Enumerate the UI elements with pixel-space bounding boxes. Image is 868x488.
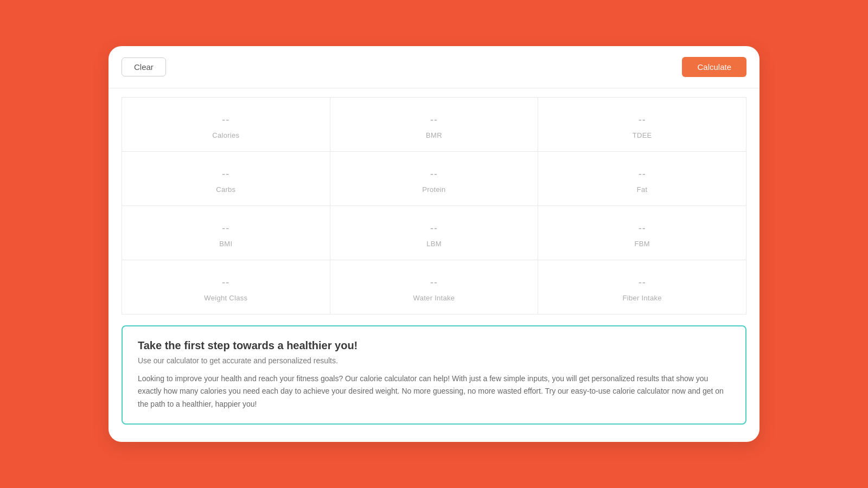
result-label-carbs: Carbs (216, 185, 235, 194)
result-label-bmi: BMI (219, 240, 232, 248)
result-value-water-intake: -- (430, 277, 438, 288)
result-value-fat: -- (639, 169, 646, 180)
result-value-bmi: -- (222, 223, 229, 234)
result-label-bmr: BMR (426, 131, 442, 139)
result-value-tdee: -- (639, 114, 646, 126)
result-card-fat: --Fat (538, 152, 746, 206)
result-card-protein: --Protein (330, 152, 539, 206)
info-title: Take the first step towards a healthier … (138, 339, 730, 352)
result-value-protein: -- (430, 169, 438, 180)
result-value-calories: -- (222, 114, 229, 126)
calculate-button[interactable]: Calculate (682, 57, 746, 77)
result-card-bmr: --BMR (330, 98, 539, 152)
info-body: Looking to improve your health and reach… (138, 373, 730, 410)
result-label-fat: Fat (637, 185, 648, 194)
result-value-bmr: -- (430, 114, 438, 126)
toolbar: Clear Calculate (108, 46, 760, 88)
result-value-fbm: -- (639, 223, 646, 234)
result-label-tdee: TDEE (633, 131, 652, 139)
main-card: Clear Calculate --Calories--BMR--TDEE--C… (108, 46, 760, 441)
result-card-carbs: --Carbs (122, 152, 330, 206)
result-value-fiber-intake: -- (639, 277, 646, 288)
result-label-weight-class: Weight Class (204, 294, 247, 302)
result-card-lbm: --LBM (330, 206, 539, 260)
info-subtitle: Use our calculator to get accurate and p… (138, 356, 730, 365)
result-value-lbm: -- (430, 223, 438, 234)
result-label-fiber-intake: Fiber Intake (623, 294, 662, 302)
result-label-lbm: LBM (426, 240, 442, 248)
result-card-water-intake: --Water Intake (330, 260, 539, 314)
result-card-tdee: --TDEE (538, 98, 746, 152)
result-value-weight-class: -- (222, 277, 229, 288)
result-label-fbm: FBM (634, 240, 649, 248)
info-box: Take the first step towards a healthier … (122, 325, 746, 424)
result-label-calories: Calories (212, 131, 239, 139)
result-label-water-intake: Water Intake (413, 294, 455, 302)
result-card-weight-class: --Weight Class (122, 260, 330, 314)
result-value-carbs: -- (222, 169, 229, 180)
results-grid: --Calories--BMR--TDEE--Carbs--Protein--F… (122, 97, 746, 314)
result-card-fiber-intake: --Fiber Intake (538, 260, 746, 314)
result-card-fbm: --FBM (538, 206, 746, 260)
result-label-protein: Protein (422, 185, 445, 194)
result-card-bmi: --BMI (122, 206, 330, 260)
result-card-calories: --Calories (122, 98, 330, 152)
clear-button[interactable]: Clear (122, 57, 166, 76)
